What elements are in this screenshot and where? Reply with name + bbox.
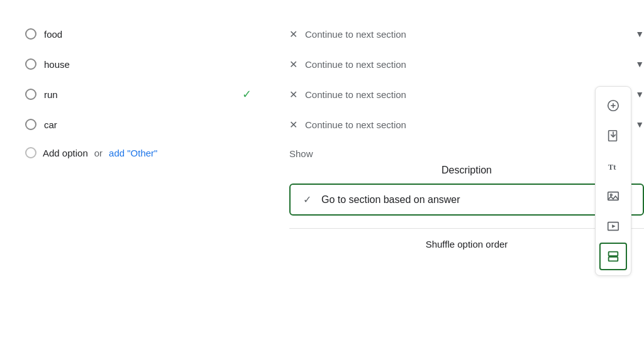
add-option-row: Add option or add "Other" xyxy=(25,140,252,166)
show-row: Show xyxy=(289,140,644,162)
add-option-radio xyxy=(25,147,36,158)
dropdown-arrow-0: ▼ xyxy=(635,29,644,39)
section-icon xyxy=(606,250,620,263)
option-label-run: run xyxy=(44,89,230,100)
description-label: Description xyxy=(289,165,644,176)
dropdown-arrow-3: ▼ xyxy=(635,119,644,129)
divider xyxy=(289,228,644,229)
option-label-car: car xyxy=(44,119,252,130)
section-dropdown-1[interactable]: Continue to next section ▼ xyxy=(305,59,644,70)
svg-text:Tt: Tt xyxy=(608,163,617,172)
add-question-button[interactable] xyxy=(599,92,627,119)
import-questions-button[interactable] xyxy=(599,122,627,150)
add-video-button[interactable] xyxy=(599,212,627,240)
right-section: ✕ Continue to next section ▼ ✕ Continue … xyxy=(252,13,644,258)
option-row-food: food xyxy=(25,19,252,49)
description-row: Description xyxy=(289,162,644,184)
add-title-button[interactable]: Tt xyxy=(599,152,627,180)
text-icon: Tt xyxy=(606,159,620,173)
left-panel: food house run ✓ car Add option or add "… xyxy=(25,13,252,166)
remove-icon-2[interactable]: ✕ xyxy=(289,89,297,101)
import-icon xyxy=(606,129,620,143)
shuffle-row: Shuffle option order xyxy=(289,231,644,258)
add-image-button[interactable] xyxy=(599,182,627,210)
option-row-car: car xyxy=(25,109,252,140)
option-row-run: run ✓ xyxy=(25,79,252,109)
shuffle-label: Shuffle option order xyxy=(426,239,508,250)
option-label-food: food xyxy=(44,29,252,40)
remove-icon-3[interactable]: ✕ xyxy=(289,119,297,131)
radio-run[interactable] xyxy=(25,89,36,100)
option-row-house: house xyxy=(25,49,252,79)
svg-point-7 xyxy=(610,194,612,196)
svg-marker-9 xyxy=(612,224,616,228)
dropdown-arrow-1: ▼ xyxy=(635,59,644,69)
go-to-section-box[interactable]: ✓ Go to section based on answer xyxy=(289,184,644,216)
go-to-checkmark-icon: ✓ xyxy=(303,194,311,206)
go-to-section-text: Go to section based on answer xyxy=(321,194,460,206)
remove-icon-0[interactable]: ✕ xyxy=(289,28,297,40)
option-label-house: house xyxy=(44,59,252,70)
radio-car[interactable] xyxy=(25,119,36,130)
show-label: Show xyxy=(289,148,313,159)
dropdown-arrow-2: ▼ xyxy=(635,89,644,99)
section-text-1: Continue to next section xyxy=(305,59,630,70)
section-text-3: Continue to next section xyxy=(305,119,630,130)
correct-checkmark-run: ✓ xyxy=(242,87,252,101)
sidebar-tools: Tt xyxy=(595,86,631,276)
svg-rect-11 xyxy=(609,257,618,261)
section-text-2: Continue to next section xyxy=(305,89,630,100)
section-dropdown-3[interactable]: Continue to next section ▼ xyxy=(305,119,644,130)
section-dropdown-2[interactable]: Continue to next section ▼ xyxy=(305,89,644,100)
video-icon xyxy=(606,219,620,233)
section-row-0: ✕ Continue to next section ▼ xyxy=(289,19,644,49)
remove-icon-1[interactable]: ✕ xyxy=(289,58,297,70)
section-text-0: Continue to next section xyxy=(305,29,630,40)
add-circle-icon xyxy=(606,99,620,112)
add-section-button[interactable] xyxy=(599,243,627,270)
section-row-3: ✕ Continue to next section ▼ xyxy=(289,109,644,140)
image-icon xyxy=(606,189,620,203)
main-container: food house run ✓ car Add option or add "… xyxy=(0,0,644,362)
section-row-2: ✕ Continue to next section ▼ xyxy=(289,79,644,109)
svg-rect-10 xyxy=(609,252,618,256)
add-other-link[interactable]: add "Other" xyxy=(109,148,157,158)
or-text: or xyxy=(94,148,103,158)
radio-food[interactable] xyxy=(25,28,36,40)
section-dropdown-0[interactable]: Continue to next section ▼ xyxy=(305,29,644,40)
radio-house[interactable] xyxy=(25,58,36,70)
section-row-1: ✕ Continue to next section ▼ xyxy=(289,49,644,79)
add-option-text[interactable]: Add option xyxy=(43,148,88,158)
